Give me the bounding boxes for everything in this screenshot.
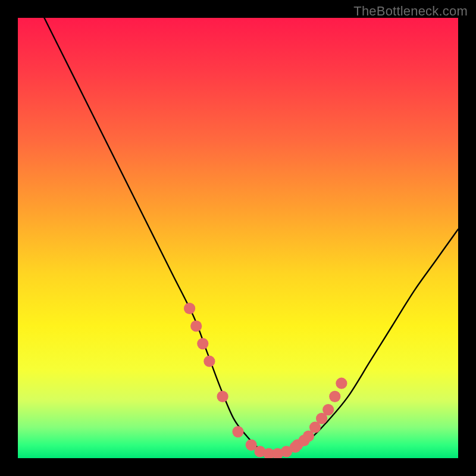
plot-area (18, 18, 458, 458)
bottleneck-curve (44, 18, 458, 455)
chart-container: TheBottleneck.com (0, 0, 476, 476)
highlight-dots (184, 303, 347, 458)
highlight-dot (329, 391, 340, 402)
watermark-text: TheBottleneck.com (353, 4, 468, 19)
highlight-dot (203, 356, 215, 367)
highlight-dot (217, 391, 228, 402)
highlight-dot (336, 378, 347, 389)
bottleneck-curve-svg (18, 18, 458, 458)
highlight-dot (184, 303, 195, 314)
highlight-dot (190, 320, 202, 331)
highlight-dot (232, 426, 243, 437)
highlight-dot (197, 338, 208, 349)
highlight-dot (322, 404, 334, 415)
